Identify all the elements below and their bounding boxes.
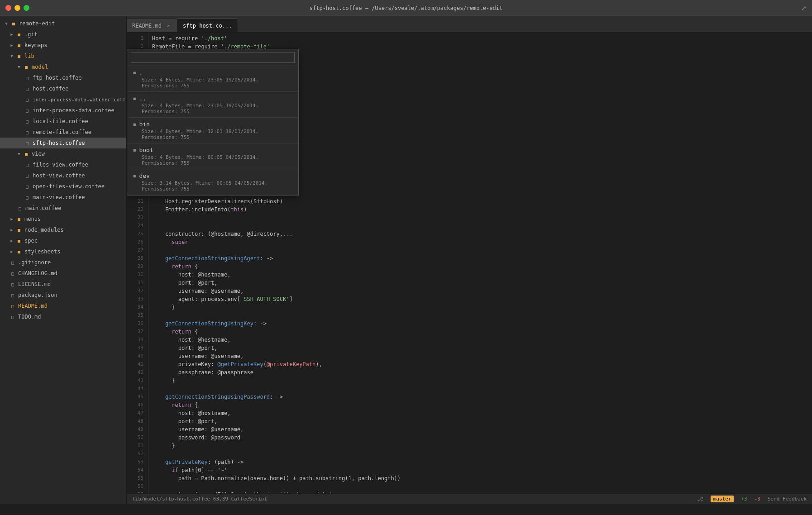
sidebar-item-git[interactable]: ▶ ■ .git xyxy=(0,29,126,40)
tab-label: sftp-host.co... xyxy=(183,23,232,29)
line-number: 38 xyxy=(127,336,148,344)
code-line: password: @password xyxy=(152,434,812,442)
minimize-button[interactable] xyxy=(14,5,20,11)
line-number: 24 xyxy=(127,222,148,230)
line-number: 26 xyxy=(127,238,148,246)
code-line: } xyxy=(152,442,812,450)
line-number: 32 xyxy=(127,287,148,295)
code-line: return { xyxy=(152,328,812,336)
sidebar-item-todo[interactable]: □ TODO.md xyxy=(0,311,126,322)
sidebar-item-model[interactable]: ▼ ■ model xyxy=(0,62,126,72)
code-line: host: @hostname, xyxy=(152,409,812,417)
line-number: 30 xyxy=(127,271,148,279)
sidebar-item-package-json[interactable]: □ package.json xyxy=(0,290,126,300)
code-line: Host.registerDeserializers(SftpHost) xyxy=(152,197,812,205)
code-line: path = Path.normalize(osenv.home() + pat… xyxy=(152,474,812,482)
line-number: 23 xyxy=(127,214,148,222)
sidebar-item-remote-edit[interactable]: ▼ ■ remote-edit xyxy=(0,18,126,29)
sidebar-item-changelog[interactable]: □ CHANGELOG.md xyxy=(0,268,126,279)
folder-icon: ▪ xyxy=(133,120,136,128)
file-browser-item-dotdot[interactable]: ▪ .. Size: 4 Bytes, Mtime: 23:05 19/05/2… xyxy=(127,92,298,118)
sidebar-item-local-file[interactable]: □ local-file.coffee xyxy=(0,116,126,127)
sidebar-item-main-coffee[interactable]: □ main.coffee xyxy=(0,203,126,214)
maximize-button[interactable] xyxy=(24,5,29,11)
file-browser-item-bin[interactable]: ▪ bin Size: 4 Bytes, Mtime: 12:01 19/01/… xyxy=(127,118,298,143)
window-controls xyxy=(5,5,29,11)
sidebar-item-inter-process-data-watcher[interactable]: □ inter-process-data-watcher.coffe xyxy=(0,94,126,105)
tab-bar: README.md ✕ sftp-host.co... xyxy=(127,16,812,33)
line-number: 54 xyxy=(127,466,148,474)
line-number: 29 xyxy=(127,262,148,271)
sidebar-item-spec[interactable]: ▶ ■ spec xyxy=(0,235,126,246)
line-number: 47 xyxy=(127,409,148,417)
line-number: 51 xyxy=(127,442,148,450)
file-browser-item-meta: Size: 4 Bytes, Mtime: 23:05 19/05/2014, … xyxy=(133,103,293,114)
file-browser-item-meta: Size: 3.14 Bytes, Mtime: 00:05 04/05/201… xyxy=(133,180,293,192)
expand-icon[interactable]: ⤢ xyxy=(801,5,807,12)
folder-icon: ■ xyxy=(23,150,30,157)
tab-sftp-host[interactable]: sftp-host.co... xyxy=(177,19,238,32)
folder-icon: ■ xyxy=(15,237,23,244)
line-number: 27 xyxy=(127,246,148,254)
sidebar-item-inter-process-data[interactable]: □ inter-process-data.coffee xyxy=(0,105,126,116)
sidebar-item-sftp-host[interactable]: □ sftp-host.coffee xyxy=(0,138,126,148)
sidebar-item-remote-file[interactable]: □ remote-file.coffee xyxy=(0,127,126,138)
sidebar-item-open-files-view[interactable]: □ open-files-view.coffee xyxy=(0,181,126,192)
sidebar-item-license[interactable]: □ LICENSE.md xyxy=(0,279,126,290)
file-icon: □ xyxy=(9,259,16,266)
sidebar-item-label: .gitignore xyxy=(18,259,51,266)
folder-icon: ■ xyxy=(15,215,23,223)
sidebar-item-label: main-view.coffee xyxy=(33,194,85,200)
sidebar-item-label: model xyxy=(32,64,48,70)
sidebar-item-label: .git xyxy=(24,31,38,38)
file-browser-item-name: ▪ dev xyxy=(133,172,293,179)
sidebar-item-main-view[interactable]: □ main-view.coffee xyxy=(0,192,126,203)
send-feedback-link[interactable]: Send Feedback xyxy=(768,496,807,502)
sidebar-item-label: inter-process-data-watcher.coffe xyxy=(33,97,127,103)
file-icon: □ xyxy=(24,74,31,81)
code-line: host: @hostname, xyxy=(152,336,812,344)
file-browser-item-dev[interactable]: ▪ dev Size: 3.14 Bytes, Mtime: 00:05 04/… xyxy=(127,169,298,195)
line-number: 39 xyxy=(127,344,148,352)
tab-readme[interactable]: README.md ✕ xyxy=(127,19,177,32)
sidebar-item-label: remote-edit xyxy=(19,20,55,27)
editor-area: README.md ✕ sftp-host.co... 1 2 3 4 5 6 … xyxy=(127,16,812,504)
file-browser-search-input[interactable] xyxy=(131,52,295,63)
status-filepath: lib/model/sftp-host.coffee xyxy=(132,496,210,502)
sidebar-item-lib[interactable]: ▼ ■ lib xyxy=(0,51,126,62)
file-icon: □ xyxy=(24,107,31,114)
close-button[interactable] xyxy=(5,5,11,11)
line-number: 28 xyxy=(127,254,148,262)
sidebar-item-gitignore[interactable]: □ .gitignore xyxy=(0,257,126,268)
line-number: 53 xyxy=(127,458,148,466)
line-number: 25 xyxy=(127,230,148,238)
tab-close-button[interactable]: ✕ xyxy=(165,23,172,29)
sidebar-item-label: inter-process-data.coffee xyxy=(33,107,115,114)
sidebar-item-menus[interactable]: ▶ ■ menus xyxy=(0,214,126,224)
line-number: 43 xyxy=(127,377,148,385)
sidebar-item-label: open-files-view.coffee xyxy=(33,183,105,190)
sidebar-item-host-coffee[interactable]: □ host.coffee xyxy=(0,83,126,94)
file-browser-item-dot[interactable]: ▪ . Size: 4 Bytes, Mtime: 23:05 19/05/20… xyxy=(127,66,298,92)
sidebar-item-stylesheets[interactable]: ▶ ■ stylesheets xyxy=(0,246,126,257)
chevron-right-icon: ▶ xyxy=(9,43,14,48)
code-line: agent: process.env['SSH_AUTH_SOCK'] xyxy=(152,295,812,303)
code-line: username: @username, xyxy=(152,352,812,360)
diff-remove-badge: -3 xyxy=(755,496,760,502)
file-browser-item-boot[interactable]: ▪ boot Size: 4 Bytes, Mtime: 00:05 04/05… xyxy=(127,143,298,169)
sidebar-item-files-view[interactable]: □ files-view.coffee xyxy=(0,159,126,170)
file-browser-search xyxy=(127,49,298,66)
sidebar-item-view[interactable]: ▼ ■ view xyxy=(0,148,126,159)
file-icon: □ xyxy=(24,118,31,125)
sidebar-item-keymaps[interactable]: ▶ ■ keymaps xyxy=(0,40,126,51)
code-line: } xyxy=(152,303,812,311)
sidebar-item-readme[interactable]: □ README.md xyxy=(0,300,126,311)
sidebar-item-label: node_modules xyxy=(24,227,64,233)
code-line: port: @port, xyxy=(152,344,812,352)
sidebar-item-host-view[interactable]: □ host-view.coffee xyxy=(0,170,126,181)
sidebar-item-node-modules[interactable]: ▶ ■ node_modules xyxy=(0,224,126,235)
folder-icon: ■ xyxy=(10,20,17,27)
sidebar-item-ftp-host[interactable]: □ ftp-host.coffee xyxy=(0,72,126,83)
code-line xyxy=(152,214,812,222)
line-number: 42 xyxy=(127,368,148,377)
